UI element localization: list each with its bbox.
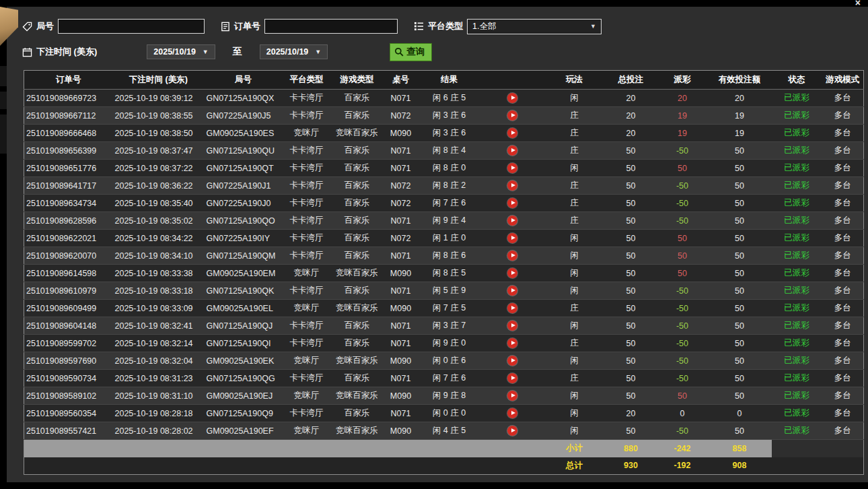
total-bet-cell: 50 <box>605 335 657 352</box>
play-icon[interactable] <box>507 145 517 156</box>
play-icon[interactable] <box>507 286 517 296</box>
play-icon[interactable] <box>507 128 517 138</box>
total-bet-cell: 50 <box>605 265 657 282</box>
status-cell: 已派彩 <box>772 142 822 160</box>
play-icon[interactable] <box>507 356 517 366</box>
total-bet-cell: 50 <box>605 300 657 317</box>
status-cell: 已派彩 <box>772 212 822 230</box>
tag-icon <box>22 22 32 32</box>
game-type-cell: 竞咪百家乐 <box>331 125 384 142</box>
bet-time-cell: 2025-10-19 08:33:38 <box>113 265 205 282</box>
game-type-cell: 竞咪百家乐 <box>331 387 384 405</box>
play-icon[interactable] <box>507 426 517 436</box>
close-icon[interactable]: × <box>855 0 861 7</box>
round-id-cell: GN07125A190QJ <box>205 317 283 335</box>
round-filter-group: 局号 <box>22 19 205 34</box>
play-icon[interactable] <box>507 110 517 121</box>
round-id-cell: GN07125A190QX <box>205 90 283 107</box>
play-icon[interactable] <box>507 268 517 278</box>
result-cell: 闲 9 庄 8 <box>419 387 480 405</box>
column-header-9: 总投注 <box>605 71 657 90</box>
mode-cell: 多台 <box>822 265 864 282</box>
play-icon[interactable] <box>507 181 517 191</box>
replay-cell <box>480 247 544 265</box>
platform-cell: 卡卡湾厅 <box>283 370 331 387</box>
platform-cell: 竞咪厅 <box>283 422 331 440</box>
bet-time-cell: 2025-10-19 08:32:04 <box>113 352 205 370</box>
subtotal-spacer <box>24 440 544 457</box>
play-icon[interactable] <box>507 408 517 418</box>
chevron-down-icon: ▼ <box>203 48 209 55</box>
play-icon[interactable] <box>507 198 517 208</box>
status-cell: 已派彩 <box>772 300 822 317</box>
replay-cell <box>480 352 544 370</box>
total-dark-spacer <box>772 457 864 475</box>
mode-cell: 多台 <box>822 230 864 247</box>
order-id-cell: 251019089651776 <box>24 160 113 177</box>
valid-bet-cell: 50 <box>708 230 772 247</box>
mode-cell: 多台 <box>822 247 864 265</box>
query-button[interactable]: 查询 <box>390 43 432 61</box>
order-id-cell: 251019089656399 <box>24 142 113 160</box>
round-id-cell: GN07225A190J5 <box>205 107 283 125</box>
total-bet-cell: 50 <box>605 387 657 405</box>
column-header-0: 订单号 <box>24 71 113 90</box>
round-id-cell: GN07225A190J0 <box>205 195 283 212</box>
status-cell: 已派彩 <box>772 370 822 387</box>
total-label: 总计 <box>544 457 605 475</box>
status-cell: 已派彩 <box>772 317 822 335</box>
play-icon[interactable] <box>507 303 517 313</box>
date-to-dropdown[interactable]: 2025/10/19 ▼ <box>260 44 328 59</box>
bet-time-cell: 2025-10-19 08:28:18 <box>113 405 205 422</box>
table-no-cell: N071 <box>384 160 419 177</box>
result-cell: 闲 8 庄 5 <box>419 265 480 282</box>
play-icon[interactable] <box>507 216 517 226</box>
play-icon[interactable] <box>507 373 517 383</box>
date-from-dropdown[interactable]: 2025/10/19 ▼ <box>147 44 215 59</box>
platform-select[interactable]: 1.全部 ▼ <box>467 19 602 34</box>
replay-cell <box>480 387 544 405</box>
replay-cell <box>480 195 544 212</box>
game-type-cell: 竞咪百家乐 <box>331 300 384 317</box>
table-row: 2510190896517762025-10-19 08:37:22GN0712… <box>24 160 864 177</box>
status-cell: 已派彩 <box>772 125 822 142</box>
subtotal-row: 小计 880 -242 858 <box>24 440 864 457</box>
round-id-cell: GN07125A190QG <box>205 370 283 387</box>
platform-filter-group: 平台类型 1.全部 ▼ <box>414 19 602 34</box>
play-icon[interactable] <box>507 338 517 348</box>
order-input[interactable] <box>264 19 398 34</box>
status-cell: 已派彩 <box>772 90 822 107</box>
total-bet-cell: 50 <box>605 352 657 370</box>
payout-cell: 19 <box>657 125 708 142</box>
play-cell: 庄 <box>544 177 605 195</box>
date-to-value: 2025/10/19 <box>266 47 309 57</box>
mode-cell: 多台 <box>822 177 864 195</box>
play-icon[interactable] <box>507 321 517 331</box>
result-cell: 闲 7 庄 5 <box>419 300 480 317</box>
payout-cell: 19 <box>657 107 708 125</box>
mode-cell: 多台 <box>822 125 864 142</box>
play-cell: 闲 <box>544 405 605 422</box>
play-icon[interactable] <box>507 251 517 261</box>
total-bet-cell: 50 <box>605 142 657 160</box>
platform-cell: 卡卡湾厅 <box>283 247 331 265</box>
bet-time-cell: 2025-10-19 08:34:22 <box>113 230 205 247</box>
status-cell: 已派彩 <box>772 335 822 352</box>
round-id-cell: GN07225A190IY <box>205 230 283 247</box>
total-payout: -192 <box>657 457 708 475</box>
play-icon[interactable] <box>507 233 517 243</box>
date-range-to-label: 至 <box>233 46 242 58</box>
play-icon[interactable] <box>507 391 517 401</box>
play-icon[interactable] <box>507 93 517 103</box>
mode-cell: 多台 <box>822 405 864 422</box>
total-valid-bet: 908 <box>708 457 772 475</box>
round-input[interactable] <box>58 19 205 34</box>
game-type-cell: 百家乐 <box>331 282 384 300</box>
replay-cell <box>480 335 544 352</box>
platform-cell: 卡卡湾厅 <box>283 282 331 300</box>
column-header-12: 状态 <box>772 71 822 90</box>
play-icon[interactable] <box>507 163 517 173</box>
valid-bet-cell: 19 <box>708 107 772 125</box>
order-id-cell: 251019089604148 <box>24 317 113 335</box>
game-type-cell: 百家乐 <box>331 160 384 177</box>
